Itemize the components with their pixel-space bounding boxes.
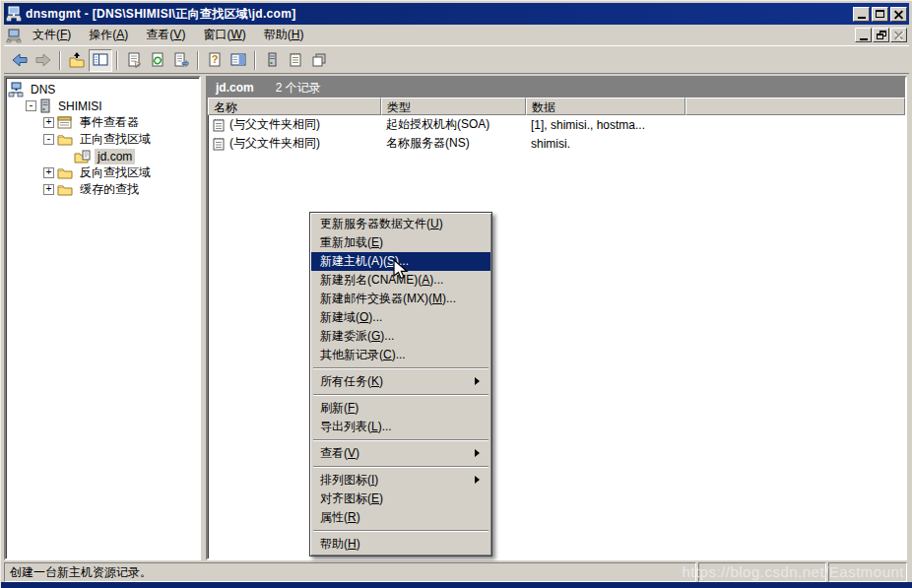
menu-window[interactable]: 窗口(W): [194, 24, 254, 46]
menu-item-new-domain[interactable]: 新建域(O)...: [311, 308, 490, 327]
layered-windows-button[interactable]: [307, 49, 331, 72]
mdi-close-button[interactable]: [890, 28, 907, 42]
menu-item-properties[interactable]: 属性(R): [311, 508, 490, 527]
status-text: 创建一台新主机资源记录。: [4, 562, 696, 582]
title-bar: dnsmgmt - [DNS\SHIMISI\正向查找区域\jd.com]: [4, 3, 909, 25]
tree-item-reverse-lookup-zones[interactable]: + 反向查找区域: [8, 164, 199, 181]
tree-expander[interactable]: -: [43, 134, 54, 145]
record-name: (与父文件夹相同): [229, 116, 320, 133]
record-type: 名称服务器(NS): [381, 135, 526, 152]
export-list-button[interactable]: [169, 49, 193, 72]
tree-item-dns-root[interactable]: DNS: [8, 81, 199, 98]
menu-item-export-list[interactable]: 导出列表(L)...: [311, 418, 490, 436]
close-icon: [894, 10, 903, 19]
menu-separator: [313, 439, 489, 441]
menu-file[interactable]: 文件(F): [24, 24, 80, 46]
dns-root-icon: [8, 82, 24, 98]
close-button[interactable]: [890, 7, 907, 22]
forward-icon: [35, 52, 51, 68]
menu-action[interactable]: 操作(A): [80, 24, 137, 46]
zone-icon: [74, 150, 91, 163]
record-data: shimisi.: [526, 137, 685, 151]
tree-item-label-selected: jd.com: [95, 149, 135, 164]
back-icon: [12, 52, 28, 68]
toolbar-separator: [116, 51, 118, 70]
column-headers: 名称 类型 数据: [208, 98, 905, 115]
tree-expander[interactable]: +: [43, 184, 54, 195]
show-taskpad-icon: [230, 52, 246, 68]
tree-item-event-viewer[interactable]: + 事件查看器: [8, 114, 199, 131]
record-icon: [213, 118, 225, 132]
column-header-type[interactable]: 类型: [381, 98, 526, 115]
record-row-soa[interactable]: (与父文件夹相同) 起始授权机构(SOA) [1], shimisi., hos…: [208, 115, 905, 134]
column-header-data[interactable]: 数据: [526, 98, 685, 115]
tree-item-cached-lookups[interactable]: + 缓存的查找: [8, 181, 199, 198]
up-one-level-button[interactable]: [65, 49, 89, 72]
app-icon[interactable]: [6, 6, 22, 22]
server-status-button[interactable]: [260, 49, 284, 72]
properties-button[interactable]: [122, 49, 146, 72]
record-count: 2 个记录: [276, 80, 321, 97]
column-header-name[interactable]: 名称: [208, 98, 381, 115]
help-button[interactable]: ?: [203, 49, 227, 72]
menu-item-arrange-icons[interactable]: 排列图标(I): [311, 471, 490, 490]
menu-item-help[interactable]: 帮助(H): [311, 535, 490, 554]
forward-button[interactable]: [32, 49, 55, 72]
dns-console-window: dnsmgmt - [DNS\SHIMISI\正向查找区域\jd.com] 文件…: [0, 0, 912, 588]
menu-item-refresh[interactable]: 刷新(F): [311, 399, 490, 418]
up-one-level-icon: [69, 52, 85, 68]
back-button[interactable]: [8, 49, 32, 72]
toolbar: ?: [4, 47, 909, 74]
export-list-icon: [173, 52, 189, 68]
mdi-minimize-icon: [860, 38, 868, 40]
mdi-minimize-button[interactable]: [855, 28, 872, 42]
minimize-button[interactable]: [853, 7, 870, 22]
console-tree-panel: DNS - SHIMISI + 事件查看器 - 正向查找区域 jd.com: [4, 76, 201, 560]
menu-item-view[interactable]: 查看(V): [311, 444, 490, 463]
tree-item-server-shimisi[interactable]: - SHIMISI: [8, 98, 199, 114]
record-row-ns[interactable]: (与父文件夹相同) 名称服务器(NS) shimisi.: [208, 134, 905, 153]
show-hide-console-tree-button[interactable]: [89, 49, 112, 72]
submenu-arrow-icon: [475, 476, 484, 484]
submenu-arrow-icon: [475, 449, 484, 457]
mdi-child-icon[interactable]: [6, 28, 22, 43]
menu-item-line-up-icons[interactable]: 对齐图标(E): [311, 490, 490, 508]
event-viewer-icon: [57, 116, 73, 130]
show-taskpad-button[interactable]: [227, 49, 250, 72]
notepad-icon: [288, 52, 303, 68]
tree-expander[interactable]: -: [26, 100, 36, 111]
toolbar-separator: [197, 51, 199, 70]
tree-item-label: DNS: [28, 82, 58, 98]
menu-item-all-tasks[interactable]: 所有任务(K): [311, 372, 490, 391]
menu-item-reload[interactable]: 重新加载(E): [311, 233, 490, 252]
tree-item-forward-lookup-zones[interactable]: - 正向查找区域: [8, 131, 199, 148]
tree-item-label: SHIMISI: [55, 98, 105, 114]
tree-expander[interactable]: +: [43, 117, 54, 128]
mdi-restore-button[interactable]: [873, 28, 889, 42]
notepad-button[interactable]: [284, 49, 307, 72]
tree-item-zone-jdcom[interactable]: jd.com: [8, 148, 199, 164]
tree-item-label: 正向查找区域: [77, 130, 154, 149]
menu-item-new-alias-cname[interactable]: 新建别名(CNAME)(A)...: [311, 271, 490, 290]
menu-item-update-server-data-files[interactable]: 更新服务器数据文件(U): [311, 215, 490, 233]
menu-help[interactable]: 帮助(H): [255, 24, 313, 46]
watermark-text: https://blog.csdn.net/Eastmount: [682, 563, 904, 580]
maximize-button[interactable]: [872, 7, 888, 22]
refresh-icon: [150, 52, 165, 68]
server-icon: [264, 52, 280, 68]
folder-icon: [57, 133, 73, 146]
layered-windows-icon: [311, 52, 327, 68]
menu-item-new-mail-exchanger-mx[interactable]: 新建邮件交换器(MX)(M)...: [311, 290, 490, 308]
menu-separator: [313, 394, 489, 396]
menu-view[interactable]: 查看(V): [137, 24, 194, 46]
menu-item-new-host[interactable]: 新建主机(A)(S)...: [311, 252, 490, 271]
submenu-arrow-icon: [475, 377, 484, 385]
help-icon: ?: [207, 52, 223, 68]
record-data: [1], shimisi., hostma...: [526, 118, 685, 132]
mdi-restore-icon: [877, 31, 886, 39]
menu-item-new-delegation[interactable]: 新建委派(G)...: [311, 327, 490, 346]
refresh-button[interactable]: [146, 49, 169, 72]
menu-item-other-new-records[interactable]: 其他新记录(C)...: [311, 346, 490, 364]
tree-expander[interactable]: +: [43, 167, 54, 178]
column-header-empty[interactable]: [685, 98, 905, 115]
